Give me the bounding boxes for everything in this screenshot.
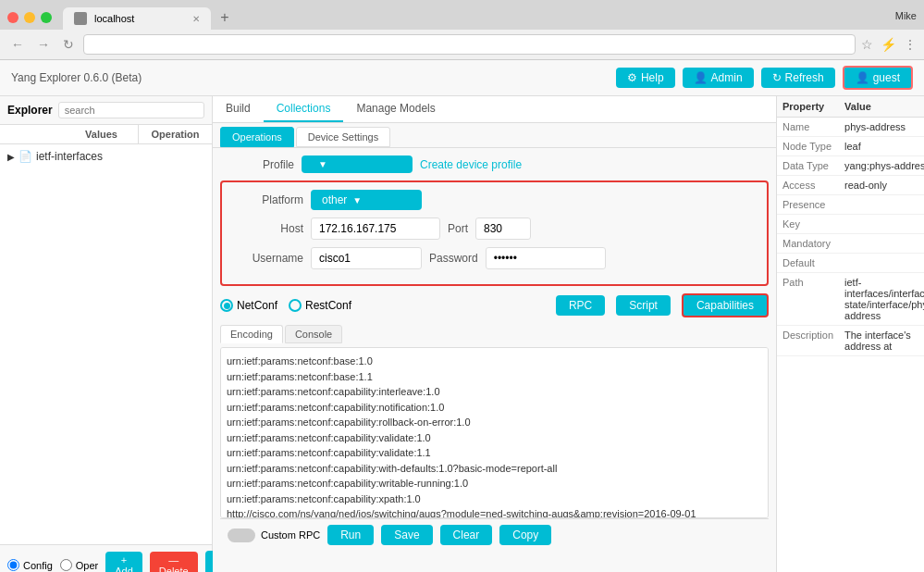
save-button[interactable]: Save xyxy=(381,525,432,545)
netconf-radio-dot xyxy=(220,299,233,312)
property-name: Name xyxy=(777,118,839,137)
custom-rpc-label: Custom RPC xyxy=(261,529,320,541)
refresh-icon: ↻ xyxy=(772,71,782,84)
profile-select[interactable]: ▼ xyxy=(302,155,413,173)
menu-icon[interactable]: ⋮ xyxy=(904,37,917,52)
new-tab-button[interactable]: + xyxy=(211,6,239,30)
platform-value: other xyxy=(322,193,347,206)
restconf-label: RestConf xyxy=(305,299,351,312)
host-port-row: Host Port xyxy=(229,218,759,240)
traffic-light-red[interactable] xyxy=(7,12,18,23)
username-label: Username xyxy=(229,252,303,265)
browser-tab[interactable]: localhost ✕ xyxy=(63,7,211,30)
copy-button[interactable]: Copy xyxy=(499,525,551,545)
capabilities-button[interactable]: Capabilities xyxy=(682,293,769,317)
main-tabs: Build Collections Manage Models xyxy=(213,96,776,123)
tab-manage-models[interactable]: Manage Models xyxy=(343,96,448,122)
output-line: urn:ietf:params:netconf:base:1.1 xyxy=(227,369,762,385)
tree-item-ietf-interfaces[interactable]: ▶ 📄 ietf-interfaces xyxy=(4,148,208,165)
property-value xyxy=(839,215,924,234)
tab-close-button[interactable]: ✕ xyxy=(192,14,200,24)
add-button[interactable]: + Add xyxy=(105,552,142,573)
help-icon: ⚙ xyxy=(627,71,637,84)
col-space xyxy=(0,125,65,143)
explorer-columns: Values Operation xyxy=(0,125,212,144)
url-bar[interactable]: localhost:8088/static/YangExplorer.html xyxy=(83,34,856,55)
traffic-light-yellow[interactable] xyxy=(24,12,35,23)
tab-collections[interactable]: Collections xyxy=(264,96,344,122)
rpc-button[interactable]: RPC xyxy=(556,295,605,316)
property-row: Accessread-only xyxy=(777,176,924,195)
property-value xyxy=(839,254,924,273)
explorer-header: Explorer xyxy=(0,96,212,125)
search-input[interactable] xyxy=(58,102,204,118)
property-row: Node Typeleaf xyxy=(777,137,924,156)
admin-button[interactable]: 👤 Admin xyxy=(683,68,754,88)
netconf-option[interactable]: NetConf xyxy=(220,299,277,312)
oper-radio[interactable] xyxy=(60,559,72,571)
restconf-option[interactable]: RestConf xyxy=(289,299,351,312)
user-icon: 👤 xyxy=(856,71,869,84)
property-value xyxy=(839,195,924,215)
browser-user: Mike xyxy=(895,10,917,25)
tree-arrow-icon: ▶ xyxy=(7,152,15,162)
oper-radio-group: Oper xyxy=(60,559,98,571)
property-row: Mandatory xyxy=(777,234,924,254)
forward-button[interactable]: → xyxy=(33,35,54,54)
sub-tab-device-settings[interactable]: Device Settings xyxy=(296,127,390,147)
extension-icon[interactable]: ⚡ xyxy=(881,37,896,52)
output-line: urn:ietf:params:netconf:capability:inter… xyxy=(227,384,762,400)
reload-button[interactable]: ↻ xyxy=(59,35,78,54)
property-row: Default xyxy=(777,254,924,273)
delete-button[interactable]: — Delete xyxy=(150,552,198,573)
tab-favicon xyxy=(74,12,87,25)
sub-tab-operations[interactable]: Operations xyxy=(220,127,294,147)
property-row: Data Typeyang:phys-address xyxy=(777,156,924,176)
custom-rpc-group: Custom RPC xyxy=(228,528,320,542)
help-button[interactable]: ⚙ Help xyxy=(616,68,675,88)
encoding-tab[interactable]: Encoding xyxy=(220,325,283,343)
output-area: urn:ietf:params:netconf:base:1.0urn:ietf… xyxy=(220,347,769,518)
center-panel: Build Collections Manage Models Operatio… xyxy=(213,96,776,572)
platform-dropdown-icon: ▼ xyxy=(352,195,362,205)
property-value: yang:phys-address xyxy=(839,156,924,176)
host-label: Host xyxy=(229,222,303,235)
tree-item-label: ietf-interfaces xyxy=(36,150,103,163)
create-device-profile-link[interactable]: Create device profile xyxy=(420,158,522,171)
explorer-title: Explorer xyxy=(7,104,53,117)
property-name: Node Type xyxy=(777,137,839,156)
output-line: urn:ietf:params:netconf:capability:valid… xyxy=(227,445,762,461)
tab-build[interactable]: Build xyxy=(213,96,264,122)
port-input[interactable] xyxy=(475,218,531,240)
property-name: Description xyxy=(777,326,839,356)
credentials-row: Username Password xyxy=(229,247,759,269)
script-button[interactable]: Script xyxy=(616,295,671,316)
guest-button[interactable]: 👤 guest xyxy=(843,66,913,90)
back-button[interactable]: ← xyxy=(7,35,28,54)
clear-button[interactable]: Clear xyxy=(440,525,493,545)
tree-file-icon: 📄 xyxy=(18,150,32,163)
property-name: Presence xyxy=(777,195,839,215)
username-input[interactable] xyxy=(311,247,422,269)
property-name: Key xyxy=(777,215,839,234)
password-input[interactable] xyxy=(486,247,606,269)
platform-label: Platform xyxy=(229,193,303,206)
custom-rpc-toggle[interactable] xyxy=(228,528,255,542)
console-tab[interactable]: Console xyxy=(285,325,342,343)
refresh-button[interactable]: ↻ Refresh xyxy=(761,68,835,88)
sub-tabs: Operations Device Settings xyxy=(213,123,776,148)
property-name: Default xyxy=(777,254,839,273)
property-value: leaf xyxy=(839,137,924,156)
host-input[interactable] xyxy=(311,218,440,240)
platform-select[interactable]: other ▼ xyxy=(311,190,422,210)
browser-toolbar: ← → ↻ localhost:8088/static/YangExplorer… xyxy=(0,30,924,60)
config-radio[interactable] xyxy=(7,559,19,571)
bookmark-icon[interactable]: ☆ xyxy=(861,37,873,52)
explorer-footer: Config Oper + Add — Delete ↺ Reset xyxy=(0,544,212,572)
property-col-header: Property xyxy=(777,96,839,118)
traffic-light-green[interactable] xyxy=(41,12,52,23)
explorer-tree: ▶ 📄 ietf-interfaces xyxy=(0,144,212,544)
run-button[interactable]: Run xyxy=(327,525,374,545)
profile-dropdown-icon: ▼ xyxy=(318,159,327,169)
output-line: urn:ietf:params:netconf:capability:notif… xyxy=(227,400,762,416)
